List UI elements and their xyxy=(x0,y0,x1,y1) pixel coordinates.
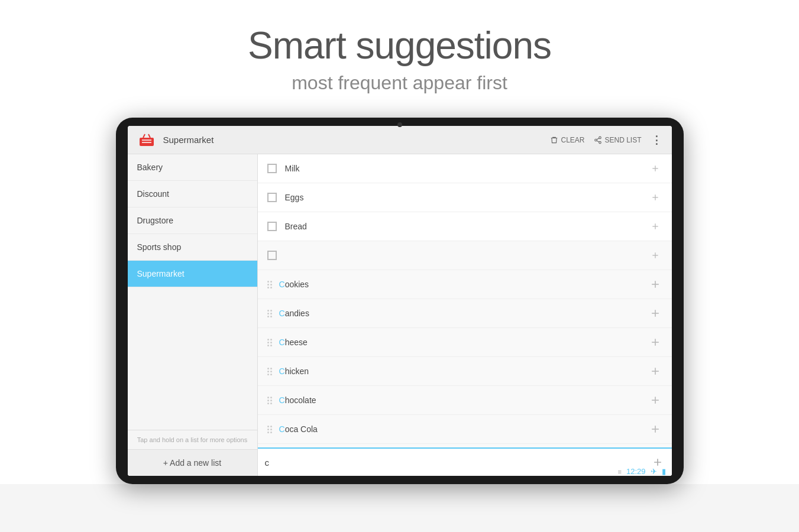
status-bar: ≡ 12:29 ✈ ▮ xyxy=(618,467,666,476)
drag-handle xyxy=(267,281,272,288)
svg-rect-0 xyxy=(140,138,154,146)
tablet-frame: Supermarket CLEAR xyxy=(116,118,684,484)
checkbox-partial[interactable] xyxy=(267,251,277,260)
app-bar: Supermarket CLEAR xyxy=(128,126,672,154)
add-chicken[interactable] xyxy=(648,364,662,378)
suggestion-coca-cola: Coca Cola xyxy=(258,415,672,444)
main-content: Bakery Discount Drugstore Sports shop Su… xyxy=(128,154,672,476)
sidebar-item-bakery[interactable]: Bakery xyxy=(128,154,257,181)
sidebar-item-sports-shop[interactable]: Sports shop xyxy=(128,234,257,261)
plus-partial[interactable] xyxy=(648,248,662,262)
add-candies[interactable] xyxy=(648,306,662,320)
status-icons: ≡ xyxy=(618,468,622,475)
add-input-icon xyxy=(652,456,664,468)
plus-bread[interactable] xyxy=(648,219,662,233)
suggestion-cheese: Cheese xyxy=(258,328,672,357)
drag-handle xyxy=(267,368,272,375)
battery-icon: ▮ xyxy=(662,467,666,476)
list-items: Milk Eggs xyxy=(258,154,672,447)
sidebar-item-discount[interactable]: Discount xyxy=(128,181,257,207)
suggestion-chocolate: Chocolate xyxy=(258,386,672,415)
add-icon xyxy=(649,394,661,406)
drag-handle xyxy=(267,339,272,346)
clear-button[interactable]: CLEAR xyxy=(550,136,584,144)
app-bar-actions: CLEAR SEND LIST ⋮ xyxy=(550,134,662,147)
item-text-bread: Bread xyxy=(285,222,648,231)
add-icon xyxy=(649,307,661,319)
list-item-eggs: Eggs xyxy=(258,183,672,212)
input-bar xyxy=(258,447,672,476)
sidebar: Bakery Discount Drugstore Sports shop Su… xyxy=(128,154,258,476)
list-panel: Milk Eggs xyxy=(258,154,672,476)
add-cookies[interactable] xyxy=(648,277,662,291)
add-icon xyxy=(649,423,661,435)
add-list-button[interactable]: + Add a new list xyxy=(128,449,257,476)
suggestion-text-candies: Candies xyxy=(279,309,648,318)
suggestion-text-cookies: Cookies xyxy=(279,280,648,289)
list-item-partial xyxy=(258,241,672,270)
suggestion-chicken: Chicken xyxy=(258,357,672,386)
drag-handle xyxy=(267,397,272,404)
checkbox-bread[interactable] xyxy=(267,222,277,231)
suggestion-text-chicken: Chicken xyxy=(279,366,648,376)
expand-icon xyxy=(651,193,660,202)
suggestion-text-cheese: Cheese xyxy=(279,338,648,347)
sidebar-item-supermarket[interactable]: Supermarket xyxy=(128,261,257,287)
item-text-eggs: Eggs xyxy=(285,193,648,202)
share-icon xyxy=(594,136,602,144)
clock: 12:29 xyxy=(626,467,646,476)
expand-icon xyxy=(651,222,660,231)
page-title: Smart suggestions xyxy=(0,24,799,67)
list-item-bread: Bread xyxy=(258,212,672,241)
add-icon xyxy=(649,336,661,348)
suggestion-candies: Candies xyxy=(258,299,672,328)
item-text-milk: Milk xyxy=(285,164,648,173)
add-icon xyxy=(649,278,661,290)
search-input[interactable] xyxy=(265,458,651,468)
add-icon xyxy=(649,365,661,377)
app-bar-title: Supermarket xyxy=(163,135,551,145)
checkbox-milk[interactable] xyxy=(267,164,277,173)
suggestion-cookies: Cookies xyxy=(258,270,672,299)
airplane-icon: ✈ xyxy=(651,467,657,476)
sidebar-items: Bakery Discount Drugstore Sports shop Su… xyxy=(128,154,257,430)
suggestion-text-chocolate: Chocolate xyxy=(279,395,648,405)
drag-handle xyxy=(267,426,272,433)
add-chocolate[interactable] xyxy=(648,393,662,407)
svg-line-6 xyxy=(597,140,599,141)
basket-icon xyxy=(137,133,156,147)
trash-icon xyxy=(550,136,558,144)
page-header: Smart suggestions most frequent appear f… xyxy=(0,0,799,112)
page-subtitle: most frequent appear first xyxy=(0,72,799,94)
expand-icon xyxy=(651,164,660,173)
plus-milk[interactable] xyxy=(648,161,662,176)
suggestion-text-coca-cola: Coca Cola xyxy=(279,424,648,434)
add-cheese[interactable] xyxy=(648,335,662,349)
plus-eggs[interactable] xyxy=(648,190,662,205)
send-list-button[interactable]: SEND LIST xyxy=(594,136,641,144)
drag-handle xyxy=(267,310,272,317)
sidebar-footer: Tap and hold on a list for more options xyxy=(128,430,257,449)
svg-point-5 xyxy=(599,141,601,144)
more-options-button[interactable]: ⋮ xyxy=(651,134,662,147)
svg-line-7 xyxy=(597,138,599,139)
list-item-milk: Milk xyxy=(258,154,672,183)
expand-icon xyxy=(651,251,660,260)
checkbox-eggs[interactable] xyxy=(267,193,277,202)
add-coca-cola[interactable] xyxy=(648,422,662,436)
tablet-screen: Supermarket CLEAR xyxy=(128,126,672,476)
svg-point-3 xyxy=(599,137,601,139)
svg-point-4 xyxy=(595,139,597,141)
tablet-container: Supermarket CLEAR xyxy=(0,112,799,484)
sidebar-item-drugstore[interactable]: Drugstore xyxy=(128,207,257,234)
